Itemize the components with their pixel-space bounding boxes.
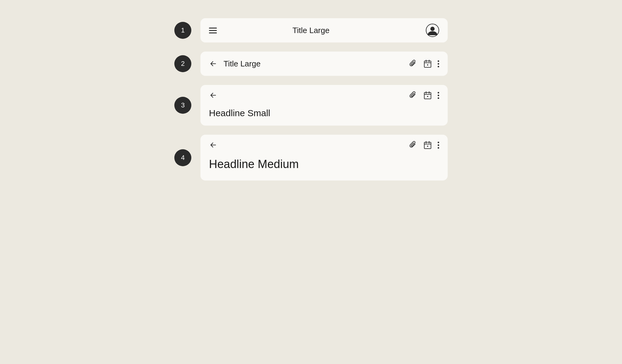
more-vert-icon-4[interactable] (438, 140, 439, 150)
menu-icon[interactable] (209, 28, 217, 33)
account-circle-icon[interactable] (426, 24, 439, 37)
badge-4: 4 (174, 149, 191, 166)
svg-point-1 (430, 27, 435, 31)
headline-small: Headline Small (209, 108, 270, 118)
card-1: Title Large (200, 18, 448, 42)
app-bar-title-2: Title Large (224, 59, 261, 69)
more-vert-icon[interactable] (438, 59, 439, 68)
action-icons-2 (408, 59, 439, 68)
attach-icon-3[interactable] (408, 91, 418, 100)
content-row-3: Headline Small (200, 106, 448, 126)
attach-icon-4[interactable] (408, 140, 418, 150)
badge-2: 2 (174, 55, 191, 72)
badge-3: 3 (174, 97, 191, 114)
card-3: Headline Small (200, 85, 448, 126)
calendar-icon-3[interactable] (423, 91, 432, 100)
back-arrow-icon-3[interactable] (209, 91, 217, 99)
card-2: Title Large (200, 52, 448, 76)
card-4: Headline Medium (200, 135, 448, 180)
more-vert-icon-3[interactable] (438, 91, 439, 100)
back-arrow-icon[interactable] (209, 59, 217, 68)
svg-point-6 (427, 64, 428, 66)
row-3: 3 (174, 85, 448, 126)
content-row-4: Headline Medium (200, 155, 448, 180)
row-4: 4 (174, 135, 448, 180)
toolbar-row-4 (200, 135, 448, 155)
action-icons-3 (408, 91, 439, 100)
row-2: 2 Title Large (174, 52, 448, 76)
svg-point-16 (427, 146, 428, 147)
app-bar-title: Title Large (292, 26, 330, 35)
toolbar-row-3 (200, 85, 448, 106)
back-arrow-icon-4[interactable] (209, 141, 217, 149)
badge-1: 1 (174, 22, 191, 39)
svg-rect-2 (424, 61, 431, 67)
svg-rect-7 (424, 93, 431, 99)
attach-icon[interactable] (408, 59, 418, 68)
calendar-icon[interactable] (423, 59, 432, 68)
headline-medium: Headline Medium (209, 158, 299, 170)
page-container: 1 Title Large 2 (0, 18, 622, 190)
svg-rect-12 (424, 142, 431, 149)
svg-point-11 (427, 96, 428, 97)
calendar-icon-4[interactable] (423, 140, 432, 150)
action-icons-4 (408, 140, 439, 150)
row-1: 1 Title Large (174, 18, 448, 42)
